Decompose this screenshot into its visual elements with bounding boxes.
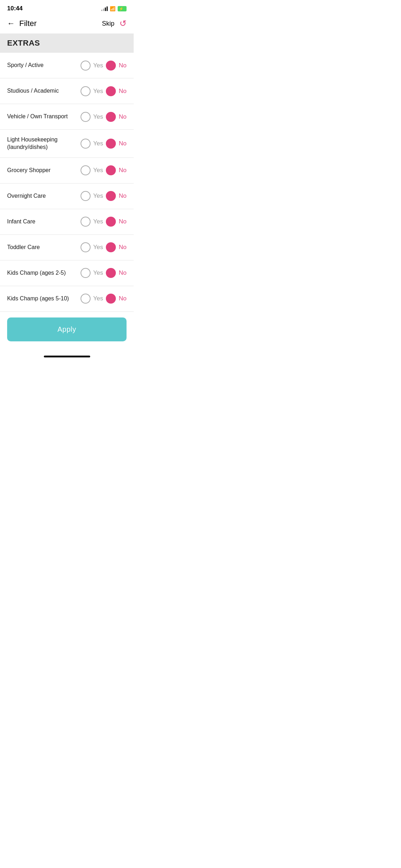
- filter-label-vehicle-transport: Vehicle / Own Transport: [7, 113, 78, 120]
- filter-label-grocery-shopper: Grocery Shopper: [7, 167, 78, 174]
- no-label-kids-champ-5-10: No: [119, 295, 127, 302]
- radio-yes-sporty-active[interactable]: [81, 61, 91, 71]
- home-indicator: [0, 352, 134, 360]
- radio-yes-studious-academic[interactable]: [81, 86, 91, 96]
- yes-label-grocery-shopper: Yes: [93, 167, 103, 174]
- radio-no-infant-care[interactable]: [106, 217, 116, 227]
- radio-no-kids-champ-2-5[interactable]: [106, 268, 116, 278]
- yes-label-overnight-care: Yes: [93, 192, 103, 200]
- yes-label-kids-champ-5-10: Yes: [93, 295, 103, 302]
- apply-button-container: Apply: [0, 312, 134, 352]
- no-label-studious-academic: No: [119, 88, 127, 95]
- no-label-light-housekeeping: No: [119, 140, 127, 147]
- yes-label-sporty-active: Yes: [93, 62, 103, 69]
- radio-yes-infant-care[interactable]: [81, 217, 91, 227]
- radio-yes-grocery-shopper[interactable]: [81, 165, 91, 175]
- filter-list: Sporty / ActiveYesNoStudious / AcademicY…: [0, 53, 134, 312]
- section-title: EXTRAS: [7, 38, 40, 47]
- back-button[interactable]: ←: [7, 19, 15, 28]
- filter-item-kids-champ-5-10: Kids Champ (ages 5-10)YesNo: [0, 286, 134, 312]
- battery-icon: ⚡: [118, 6, 127, 11]
- radio-no-light-housekeeping[interactable]: [106, 139, 116, 149]
- signal-icon: [101, 6, 108, 11]
- radio-yes-kids-champ-5-10[interactable]: [81, 294, 91, 304]
- radio-no-studious-academic[interactable]: [106, 86, 116, 96]
- no-label-sporty-active: No: [119, 62, 127, 69]
- no-label-toddler-care: No: [119, 244, 127, 251]
- status-icons: 📶 ⚡: [101, 6, 127, 11]
- radio-yes-toddler-care[interactable]: [81, 242, 91, 252]
- yes-label-studious-academic: Yes: [93, 88, 103, 95]
- section-header: EXTRAS: [0, 33, 134, 53]
- filter-item-vehicle-transport: Vehicle / Own TransportYesNo: [0, 104, 134, 130]
- radio-yes-overnight-care[interactable]: [81, 191, 91, 201]
- filter-item-light-housekeeping: Light Housekeeping (laundry/dishes)YesNo: [0, 130, 134, 158]
- no-label-vehicle-transport: No: [119, 113, 127, 120]
- filter-label-infant-care: Infant Care: [7, 218, 78, 226]
- filter-label-kids-champ-2-5: Kids Champ (ages 2-5): [7, 269, 78, 277]
- home-bar: [44, 356, 90, 357]
- filter-item-infant-care: Infant CareYesNo: [0, 209, 134, 235]
- filter-item-kids-champ-2-5: Kids Champ (ages 2-5)YesNo: [0, 260, 134, 286]
- filter-label-light-housekeeping: Light Housekeeping (laundry/dishes): [7, 136, 78, 151]
- radio-no-overnight-care[interactable]: [106, 191, 116, 201]
- yes-label-kids-champ-2-5: Yes: [93, 269, 103, 277]
- radio-no-toddler-care[interactable]: [106, 242, 116, 252]
- filter-item-grocery-shopper: Grocery ShopperYesNo: [0, 158, 134, 184]
- filter-item-toddler-care: Toddler CareYesNo: [0, 235, 134, 260]
- refresh-icon[interactable]: ↺: [119, 19, 127, 29]
- yes-label-vehicle-transport: Yes: [93, 113, 103, 120]
- filter-label-toddler-care: Toddler Care: [7, 244, 78, 251]
- status-bar: 10:44 📶 ⚡: [0, 0, 134, 15]
- no-label-kids-champ-2-5: No: [119, 269, 127, 277]
- wifi-icon: 📶: [110, 6, 115, 11]
- no-label-grocery-shopper: No: [119, 167, 127, 174]
- radio-yes-vehicle-transport[interactable]: [81, 112, 91, 122]
- page-header: ← Filter Skip ↺: [0, 15, 134, 33]
- filter-item-sporty-active: Sporty / ActiveYesNo: [0, 53, 134, 78]
- yes-label-toddler-care: Yes: [93, 244, 103, 251]
- apply-button[interactable]: Apply: [7, 317, 127, 341]
- filter-item-overnight-care: Overnight CareYesNo: [0, 184, 134, 209]
- filter-label-kids-champ-5-10: Kids Champ (ages 5-10): [7, 295, 78, 303]
- no-label-infant-care: No: [119, 218, 127, 225]
- radio-no-grocery-shopper[interactable]: [106, 165, 116, 175]
- radio-no-sporty-active[interactable]: [106, 61, 116, 71]
- yes-label-infant-care: Yes: [93, 218, 103, 225]
- page-title: Filter: [19, 19, 37, 28]
- status-time: 10:44: [7, 5, 22, 12]
- filter-label-overnight-care: Overnight Care: [7, 192, 78, 200]
- radio-no-vehicle-transport[interactable]: [106, 112, 116, 122]
- filter-item-studious-academic: Studious / AcademicYesNo: [0, 78, 134, 104]
- filter-label-sporty-active: Sporty / Active: [7, 62, 78, 69]
- skip-button[interactable]: Skip: [102, 20, 114, 27]
- radio-yes-light-housekeeping[interactable]: [81, 139, 91, 149]
- yes-label-light-housekeeping: Yes: [93, 140, 103, 147]
- radio-no-kids-champ-5-10[interactable]: [106, 294, 116, 304]
- radio-yes-kids-champ-2-5[interactable]: [81, 268, 91, 278]
- filter-label-studious-academic: Studious / Academic: [7, 87, 78, 95]
- no-label-overnight-care: No: [119, 192, 127, 200]
